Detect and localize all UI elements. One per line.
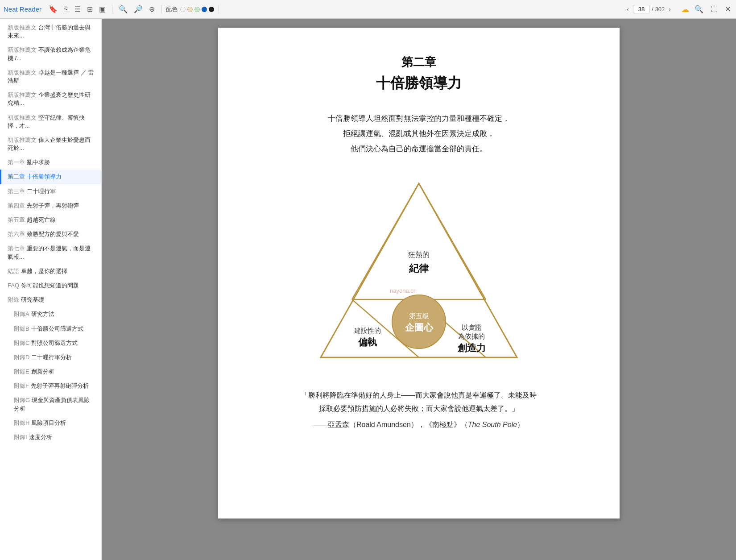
sidebar-item[interactable]: 第三章二十哩行軍 (0, 184, 101, 199)
sidebar-item-prefix: 初版推薦文 (8, 114, 37, 121)
sidebar-item-prefix: 新版推薦文 (8, 46, 37, 53)
sidebar-item-prefix: 第七章 (8, 245, 25, 252)
sidebar-item[interactable]: 第七章重要的不是運氣，而是運氣報... (0, 241, 101, 264)
sidebar-item[interactable]: 初版推薦文堅守紀律、審慎抉擇，才... (0, 111, 101, 133)
sidebar-item-prefix: 附錄G (14, 397, 30, 403)
bookmark-icon[interactable]: 🔖 (47, 3, 59, 15)
sidebar-item-label: 風險項目分析 (31, 419, 66, 426)
triangle-diagram: 狂熱的 紀律 建設性的 偏執 以實證 為依據的 創造力 第五級 企圖心 nayo… (307, 174, 530, 371)
sidebar-item[interactable]: 新版推薦文不讓依賴成為企業危機 /... (0, 43, 101, 65)
sidebar-item-prefix: 結語 (8, 268, 19, 274)
next-page-button[interactable]: › (666, 5, 673, 14)
sidebar-item-prefix: 附錄E (14, 368, 29, 375)
quote-block: 「勝利將降臨在準備好的人身上——而大家會說他真是幸運極了。未能及時 採取必要預防… (254, 389, 584, 416)
more-icon[interactable]: ✕ (723, 3, 732, 15)
sidebar-item[interactable]: 附錄I速度分析 (0, 430, 101, 444)
svg-text:為依據的: 為依據的 (458, 332, 485, 340)
copy-icon[interactable]: ⎘ (62, 4, 70, 15)
sidebar-item[interactable]: 附錄E創新分析 (0, 365, 101, 379)
color-dot-cream[interactable] (187, 7, 193, 12)
sidebar-item-prefix: 第六章 (8, 231, 25, 237)
svg-text:創造力: 創造力 (457, 343, 486, 353)
sidebar-item-prefix: 新版推薦文 (8, 91, 37, 98)
sidebar-item[interactable]: 附錄H風險項目分析 (0, 416, 101, 430)
sidebar-item[interactable]: 初版推薦文偉大企業生於憂患而死於... (0, 133, 101, 155)
search-right-icon[interactable]: 🔍 (693, 3, 705, 15)
grid-icon[interactable]: ⊞ (85, 3, 95, 15)
sidebar-item-label: 致勝配方的愛與不愛 (27, 231, 79, 237)
layout-icon[interactable]: ▣ (97, 3, 108, 15)
intro-line-1: 十倍勝領導人坦然面對無法掌控的力量和種種不確定， (328, 114, 510, 123)
color-dot-white[interactable] (180, 7, 186, 12)
prev-page-button[interactable]: ‹ (624, 5, 631, 14)
sidebar-item-prefix: 附錄 (8, 296, 19, 303)
sidebar-item[interactable]: 附錄A研究方法 (0, 307, 101, 321)
sidebar-item-label: 二十哩行軍分析 (31, 354, 72, 361)
sidebar-item-prefix: FAQ (8, 282, 19, 289)
sidebar-item-prefix: 新版推薦文 (8, 24, 37, 31)
sidebar-item[interactable]: 附錄B十倍勝公司篩選方式 (0, 322, 101, 336)
page-number-input[interactable]: 38 (633, 5, 650, 13)
intro-line-3: 他們決心為自己的命運擔當全部的責任。 (351, 145, 487, 153)
sidebar-item-prefix: 附錄I (14, 434, 27, 440)
color-dot-green[interactable] (194, 7, 200, 12)
page-separator: / (652, 6, 653, 12)
sidebar-item[interactable]: 附錄研究基礎 (0, 293, 101, 307)
svg-text:偏執: 偏執 (358, 337, 377, 347)
svg-point-6 (392, 295, 446, 348)
sidebar-item[interactable]: 第五章超越死亡線 (0, 213, 101, 227)
sidebar-item-label: 超越死亡線 (27, 216, 56, 223)
sidebar-item[interactable]: 第四章先射子彈，再射砲彈 (0, 199, 101, 213)
sidebar-item-prefix: 附錄F (14, 382, 29, 389)
sidebar-item-prefix: 第四章 (8, 202, 25, 209)
search-icon[interactable]: 🔍 (117, 3, 129, 15)
sidebar-item[interactable]: FAQ你可能也想知道的問題 (0, 278, 101, 293)
sidebar-item-label: 速度分析 (29, 434, 52, 440)
sidebar-item[interactable]: 第六章致勝配方的愛與不愛 (0, 227, 101, 241)
sidebar-item-prefix: 初版推薦文 (8, 137, 37, 143)
sidebar-item-prefix: 新版推薦文 (8, 69, 37, 76)
intro-line-2: 拒絕讓運氣、混亂或其他外在因素決定成敗， (343, 129, 495, 138)
sidebar-item-label: 亂中求勝 (27, 159, 50, 166)
sidebar-item-label: 二十哩行軍 (27, 188, 56, 195)
cloud-icon[interactable]: ☁ (681, 4, 689, 14)
sidebar-item[interactable]: 附錄C對照公司篩選方式 (0, 336, 101, 350)
sidebar-item[interactable]: 結語卓越，是你的選擇 (0, 264, 101, 278)
sidebar-item[interactable]: 新版推薦文台灣十倍勝的過去與未來... (0, 21, 101, 43)
sidebar-item-label: 你可能也想知道的問題 (21, 282, 79, 289)
fullscreen-icon[interactable]: ⛶ (709, 4, 719, 15)
sidebar-item-prefix: 附錄H (14, 419, 29, 426)
color-dot-black[interactable] (209, 7, 214, 12)
sidebar-item-label: 十倍勝公司篩選方式 (31, 325, 83, 332)
sidebar: 新版推薦文台灣十倍勝的過去與未來...新版推薦文不讓依賴成為企業危機 /...新… (0, 19, 102, 560)
separator-1 (112, 5, 112, 14)
sidebar-item-prefix: 第二章 (8, 173, 25, 180)
content-area: 第二章 十倍勝領導力 十倍勝領導人坦然面對無法掌控的力量和種種不確定， 拒絕讓運… (102, 19, 736, 560)
svg-text:狂熱的: 狂熱的 (408, 251, 430, 258)
sidebar-item[interactable]: 新版推薦文企業盛衰之歷史性研究精... (0, 88, 101, 110)
sidebar-item[interactable]: 附錄D二十哩行軍分析 (0, 350, 101, 365)
separator-3 (219, 5, 219, 14)
svg-line-5 (419, 183, 486, 299)
palette-label: 配色 (166, 5, 178, 13)
sidebar-item-prefix: 附錄A (14, 311, 29, 317)
sidebar-item[interactable]: 新版推薦文卓越是一種選擇 ／ 雷浩斯 (0, 66, 101, 88)
search2-icon[interactable]: 🔎 (132, 3, 145, 15)
right-icons: ☁ 🔍 ⛶ ✕ (681, 3, 732, 15)
quote-author: ——亞孟森（Roald Amundsen），《南極點》（The South Po… (254, 420, 584, 430)
svg-text:建設性的: 建設性的 (354, 327, 381, 334)
sidebar-item-prefix: 第一章 (8, 159, 25, 166)
menu-icon[interactable]: ☰ (73, 3, 83, 15)
sidebar-item[interactable]: 第二章十倍勝領導力 (0, 170, 101, 184)
add-icon[interactable]: ⊕ (147, 3, 157, 15)
sidebar-item[interactable]: 第一章亂中求勝 (0, 155, 101, 170)
chapter-label: 第二章 (254, 54, 584, 70)
app-title: Neat Reader (4, 5, 41, 13)
chapter-title: 十倍勝領導力 (254, 74, 584, 93)
sidebar-item-prefix: 第五章 (8, 216, 25, 223)
sidebar-item[interactable]: 附錄F先射子彈再射砲彈分析 (0, 379, 101, 393)
svg-text:以實證: 以實證 (462, 324, 482, 331)
sidebar-item-label: 對照公司篩選方式 (31, 340, 78, 346)
color-dot-blue[interactable] (202, 7, 207, 12)
sidebar-item[interactable]: 附錄G現金與資產負債表風險分析 (0, 393, 101, 415)
